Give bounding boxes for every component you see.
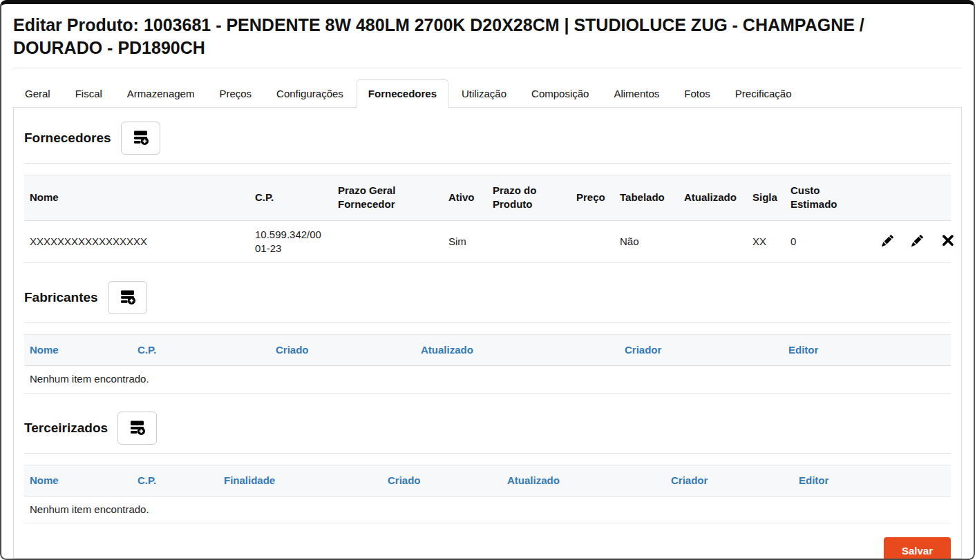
- terceirizados-heading: Terceirizados: [24, 421, 108, 436]
- col-nome[interactable]: Nome: [24, 465, 132, 496]
- section-divider: [24, 322, 951, 323]
- fornecedores-header-row: Nome C.P. Prazo Geral Fornecedor Ativo P…: [24, 175, 951, 221]
- tab-fornecedores[interactable]: Fornecedores: [357, 79, 448, 108]
- empty-state-row: Nenhum item encontrado.: [24, 496, 951, 523]
- empty-message: Nenhum item encontrado.: [24, 496, 951, 523]
- cell-prazo-geral-fornecedor: [332, 220, 443, 263]
- tab-alimentos[interactable]: Alimentos: [602, 79, 671, 108]
- tab-composicao[interactable]: Composição: [520, 79, 600, 108]
- tab-fotos[interactable]: Fotos: [672, 79, 722, 108]
- col-finalidade[interactable]: Finalidade: [218, 465, 382, 496]
- tab-utilizacao[interactable]: Utilização: [450, 79, 518, 108]
- add-fornecedor-button[interactable]: [121, 122, 160, 155]
- terceirizados-header-row: Nome C.P. Finalidade Criado Atualizado C…: [24, 465, 951, 496]
- add-terceirizado-button[interactable]: [117, 412, 157, 445]
- terceirizados-table: Nome C.P. Finalidade Criado Atualizado C…: [24, 465, 951, 524]
- col-preco: Preço: [571, 175, 614, 221]
- col-cp[interactable]: C.P.: [132, 465, 218, 496]
- section-fabricantes: Fabricantes: [24, 281, 951, 394]
- tab-armazenagem[interactable]: Armazenagem: [115, 79, 207, 108]
- empty-message: Nenhum item encontrado.: [24, 366, 951, 393]
- save-button[interactable]: Salvar: [884, 537, 951, 560]
- edit-row-alt-button[interactable]: [911, 235, 923, 249]
- cell-prazo-do-produto: [487, 220, 571, 263]
- section-terceirizados: Terceirizados: [24, 412, 951, 524]
- tab-configuracoes[interactable]: Configurações: [265, 79, 355, 108]
- tab-precos[interactable]: Preços: [207, 79, 263, 108]
- tab-content-fornecedores: Fornecedores: [13, 108, 962, 559]
- col-criador[interactable]: Criador: [619, 335, 783, 366]
- cell-nome: XXXXXXXXXXXXXXXXX: [24, 220, 249, 263]
- col-criado[interactable]: Criado: [382, 465, 502, 496]
- col-editor[interactable]: Editor: [793, 465, 951, 496]
- add-item-icon: [129, 419, 145, 437]
- col-nome[interactable]: Nome: [24, 335, 132, 366]
- section-fornecedores: Fornecedores: [24, 122, 951, 263]
- pencil-icon: [911, 235, 923, 249]
- add-fabricante-button[interactable]: [108, 281, 147, 314]
- cell-preco: [571, 220, 614, 263]
- col-prazo-do-produto: Prazo do Produto: [487, 175, 571, 221]
- fornecedores-table: Nome C.P. Prazo Geral Fornecedor Ativo P…: [24, 175, 951, 263]
- tab-geral[interactable]: Geral: [13, 79, 62, 108]
- col-criado[interactable]: Criado: [270, 335, 415, 366]
- cell-tabelado: Não: [614, 220, 679, 263]
- section-divider: [24, 453, 951, 454]
- table-row: XXXXXXXXXXXXXXXXX 10.599.342/0001-23 Sim…: [24, 220, 951, 263]
- cell-custo-estimado: 0: [785, 220, 861, 263]
- tab-precificacao[interactable]: Precificação: [723, 79, 804, 108]
- fabricantes-heading: Fabricantes: [24, 290, 98, 305]
- col-actions: [861, 175, 951, 221]
- cell-actions: [861, 220, 951, 263]
- col-custo-estimado: Custo Estimado: [785, 175, 861, 221]
- delete-row-button[interactable]: [941, 234, 954, 249]
- cell-ativo: Sim: [443, 220, 487, 263]
- col-atualizado: Atualizado: [679, 175, 747, 221]
- cell-sigla: XX: [747, 220, 785, 263]
- col-cp[interactable]: C.P.: [132, 335, 270, 366]
- col-cp: C.P.: [249, 175, 332, 221]
- fornecedores-heading: Fornecedores: [24, 131, 111, 146]
- col-prazo-geral-fornecedor: Prazo Geral Fornecedor: [332, 175, 443, 221]
- col-ativo: Ativo: [443, 175, 487, 221]
- cell-cp: 10.599.342/0001-23: [249, 220, 332, 263]
- col-editor[interactable]: Editor: [783, 335, 951, 366]
- edit-product-window: Editar Produto: 1003681 - PENDENTE 8W 48…: [0, 0, 975, 560]
- edit-row-button[interactable]: [882, 235, 893, 249]
- product-tabs: Geral Fiscal Armazenagem Preços Configur…: [13, 79, 962, 108]
- add-item-icon: [133, 129, 149, 147]
- col-atualizado[interactable]: Atualizado: [415, 335, 619, 366]
- add-item-icon: [120, 289, 135, 307]
- page-title: Editar Produto: 1003681 - PENDENTE 8W 48…: [13, 14, 962, 59]
- col-tabelado: Tabelado: [614, 175, 679, 221]
- cell-atualizado: [679, 220, 747, 263]
- col-nome: Nome: [24, 175, 249, 221]
- title-divider: [13, 68, 962, 68]
- fabricantes-table: Nome C.P. Criado Atualizado Criador Edit…: [24, 334, 951, 394]
- empty-state-row: Nenhum item encontrado.: [24, 366, 951, 393]
- delete-x-icon: [941, 234, 954, 249]
- fabricantes-header-row: Nome C.P. Criado Atualizado Criador Edit…: [24, 335, 951, 366]
- pencil-icon: [882, 235, 893, 249]
- tab-fiscal[interactable]: Fiscal: [64, 79, 114, 108]
- col-criador[interactable]: Criador: [665, 465, 793, 496]
- section-divider: [24, 163, 951, 164]
- col-sigla: Sigla: [747, 175, 785, 221]
- col-atualizado[interactable]: Atualizado: [502, 465, 665, 496]
- form-footer: Salvar: [24, 523, 951, 560]
